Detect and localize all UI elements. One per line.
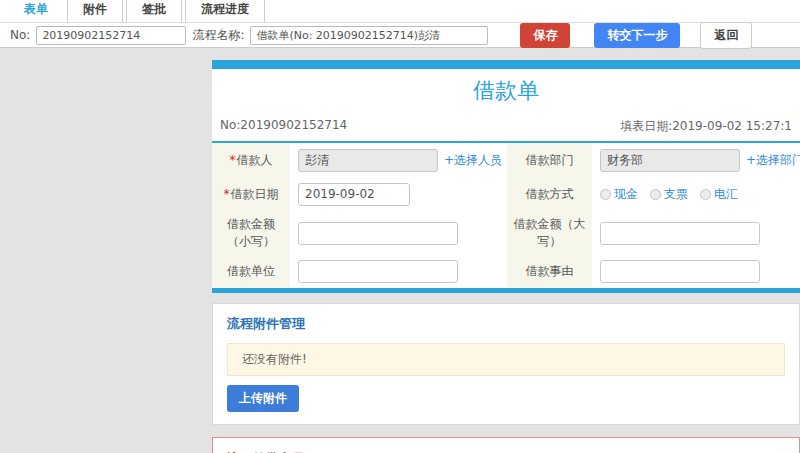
fill-date: 填表日期:2019-09-02 15:27:1 <box>620 118 792 135</box>
no-attachment-notice: 还没有附件! <box>227 343 785 376</box>
loan-reason-label: 借款事由 <box>507 255 592 288</box>
select-department-link[interactable]: +选择部门 <box>746 152 800 169</box>
amount-upper-input[interactable] <box>600 222 760 245</box>
radio-icon[interactable] <box>650 189 661 200</box>
loan-unit-label: 借款单位 <box>212 255 290 288</box>
command-bar: No: 流程名称: 保存 转交下一步 返回 <box>0 23 800 48</box>
main-content: 借款单 No:20190902152714 填表日期:2019-09-02 15… <box>212 60 800 453</box>
doc-meta-row: No:20190902152714 填表日期:2019-09-02 15:27:… <box>212 114 800 143</box>
amount-upper-label: 借款金额（大写） <box>507 211 592 255</box>
form-grid: *借款人 +选择人员 借款部门 +选择部门 *借款日期 借款方式 <box>212 143 800 288</box>
approval-panel: 流程签批意见 B I abc ⌫ ∞ ∞ ⚑ ☰ ☰ ⇤ ⇥ ” 样式 <box>212 437 800 453</box>
borrower-field: +选择人员 <box>290 143 507 177</box>
borrower-label: *借款人 <box>212 143 290 177</box>
no-label: No: <box>10 28 30 42</box>
department-label: 借款部门 <box>507 143 592 177</box>
amount-lower-input[interactable] <box>298 222 458 245</box>
radio-cash[interactable]: 现金 <box>600 186 638 203</box>
department-field: +选择部门 <box>592 143 800 177</box>
loan-method-field: 现金 支票 电汇 <box>592 177 800 211</box>
amount-lower-label: 借款金额（小写） <box>212 211 290 255</box>
page-title: 借款单 <box>212 69 800 114</box>
top-bar: 表单 附件 签批 流程进度 No: 流程名称: 保存 转交下一步 返回 <box>0 0 800 48</box>
loan-method-label: 借款方式 <box>507 177 592 211</box>
radio-icon[interactable] <box>600 189 611 200</box>
process-name-label: 流程名称: <box>192 27 244 44</box>
radio-icon[interactable] <box>700 189 711 200</box>
loan-form-panel: 借款单 No:20190902152714 填表日期:2019-09-02 15… <box>212 60 800 293</box>
loan-reason-field <box>592 255 800 288</box>
radio-wire[interactable]: 电汇 <box>700 186 738 203</box>
tab-attachment[interactable]: 附件 <box>67 0 123 22</box>
tab-bar: 表单 附件 签批 流程进度 <box>0 0 800 23</box>
no-input[interactable] <box>36 26 186 45</box>
amount-upper-field <box>592 211 800 255</box>
loan-unit-input[interactable] <box>298 260 458 283</box>
panel-top-bar <box>212 60 800 69</box>
next-step-button[interactable]: 转交下一步 <box>594 23 680 48</box>
panel-bottom-bar <box>212 288 800 293</box>
borrower-input[interactable] <box>298 149 438 172</box>
doc-number: No:20190902152714 <box>220 118 347 135</box>
loan-date-field <box>290 177 507 211</box>
loan-date-label: *借款日期 <box>212 177 290 211</box>
radio-cheque[interactable]: 支票 <box>650 186 688 203</box>
department-input[interactable] <box>600 149 740 172</box>
save-button[interactable]: 保存 <box>520 23 570 48</box>
amount-lower-field <box>290 211 507 255</box>
tab-approval[interactable]: 签批 <box>126 0 182 22</box>
tab-process-progress[interactable]: 流程进度 <box>185 0 265 22</box>
process-name-input[interactable] <box>250 26 488 45</box>
select-person-link[interactable]: +选择人员 <box>444 152 502 169</box>
loan-reason-input[interactable] <box>600 260 760 283</box>
loan-unit-field <box>290 255 507 288</box>
tab-form[interactable]: 表单 <box>8 0 64 22</box>
back-button[interactable]: 返回 <box>700 22 752 49</box>
upload-attachment-button[interactable]: 上传附件 <box>227 385 299 412</box>
loan-date-input[interactable] <box>298 183 410 206</box>
attachment-title: 流程附件管理 <box>227 315 785 333</box>
attachment-panel: 流程附件管理 还没有附件! 上传附件 <box>212 303 800 425</box>
